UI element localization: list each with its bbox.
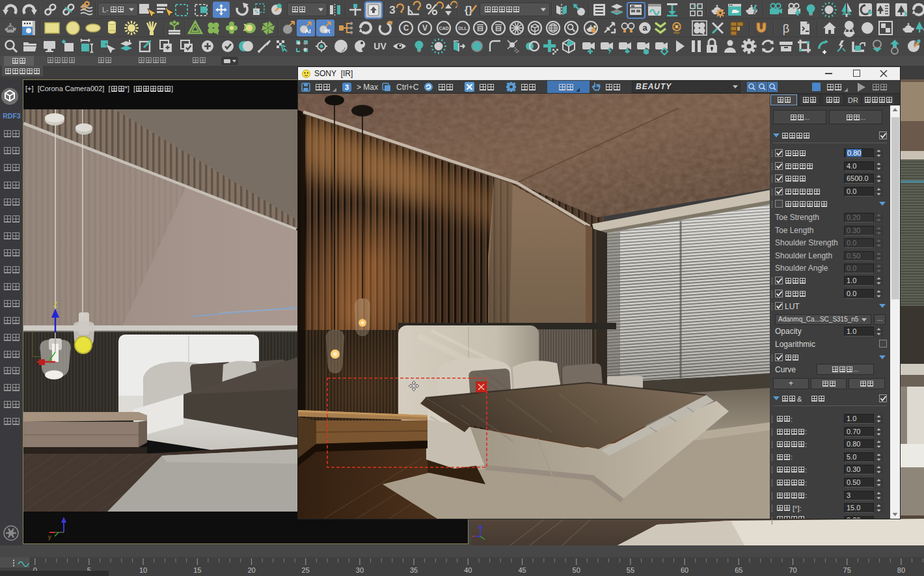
svg-text:80: 80 bbox=[897, 566, 905, 574]
svg-text:{}: {} bbox=[465, 5, 472, 16]
svg-text:3: 3 bbox=[345, 83, 349, 91]
svg-text:β: β bbox=[783, 22, 789, 35]
svg-text:25: 25 bbox=[302, 566, 310, 574]
svg-text:10: 10 bbox=[139, 566, 147, 574]
svg-text:T: T bbox=[759, 22, 763, 29]
svg-text:70: 70 bbox=[789, 566, 796, 574]
svg-text:50: 50 bbox=[573, 566, 580, 574]
svg-text:DLL: DLL bbox=[458, 26, 467, 31]
svg-text:75: 75 bbox=[843, 566, 851, 574]
svg-text:CAD: CAD bbox=[439, 26, 448, 31]
svg-text:UV: UV bbox=[374, 41, 387, 51]
svg-text:y: y bbox=[48, 534, 51, 540]
svg-text:15: 15 bbox=[193, 566, 201, 574]
svg-text:55: 55 bbox=[627, 566, 634, 574]
svg-text:40: 40 bbox=[464, 566, 472, 574]
svg-text:V: V bbox=[422, 23, 428, 33]
svg-text:30: 30 bbox=[356, 566, 364, 574]
svg-text:AI: AI bbox=[305, 28, 311, 34]
svg-text:20: 20 bbox=[247, 566, 255, 574]
svg-text:C: C bbox=[403, 23, 409, 33]
svg-text:IR: IR bbox=[325, 28, 331, 34]
svg-text:60: 60 bbox=[681, 566, 688, 574]
svg-text:3: 3 bbox=[389, 4, 395, 16]
svg-text:IR: IR bbox=[8, 25, 13, 31]
svg-text:45: 45 bbox=[518, 566, 526, 574]
svg-text:65: 65 bbox=[735, 566, 742, 574]
svg-text:Z: Z bbox=[53, 301, 57, 309]
svg-text:a: a bbox=[642, 23, 647, 33]
svg-text:35: 35 bbox=[410, 566, 418, 574]
